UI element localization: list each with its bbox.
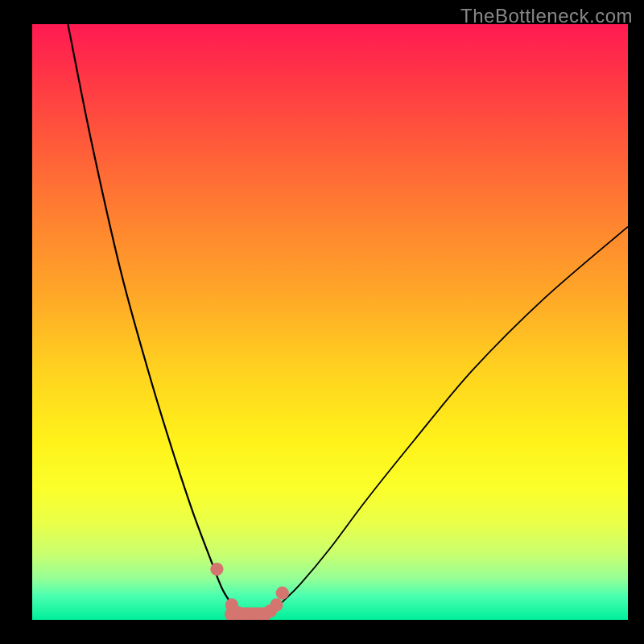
right-curve xyxy=(270,227,628,614)
chart-frame: TheBottleneck.com xyxy=(0,0,644,644)
left-curve xyxy=(68,24,243,617)
valley-markers xyxy=(210,563,289,620)
chart-svg xyxy=(32,24,628,620)
valley-marker xyxy=(276,587,289,600)
valley-marker xyxy=(270,598,283,611)
valley-marker xyxy=(210,563,223,576)
plot-area xyxy=(32,24,628,620)
